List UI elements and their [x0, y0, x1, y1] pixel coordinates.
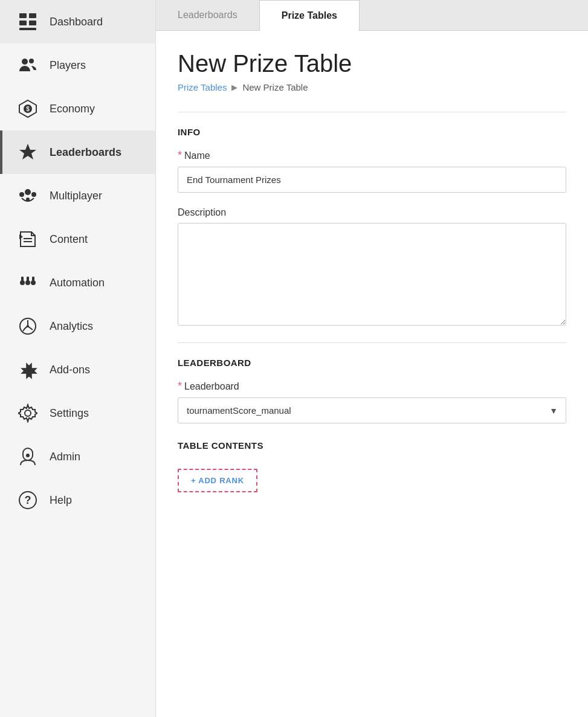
leaderboard-label-text: Leaderboard [184, 381, 239, 392]
sidebar-item-label: Leaderboards [50, 146, 121, 159]
breadcrumb-separator: ▶ [231, 83, 237, 92]
sidebar-item-label: Economy [50, 103, 95, 115]
svg-point-17 [31, 280, 36, 285]
svg-point-5 [22, 59, 28, 65]
content-area: New Prize Table Prize Tables ▶ New Prize… [156, 31, 588, 717]
divider-mid [178, 342, 566, 343]
sidebar-item-label: Multiplayer [50, 190, 102, 202]
svg-rect-0 [19, 13, 27, 18]
help-icon: ? [17, 489, 39, 511]
svg-point-15 [20, 280, 25, 285]
svg-point-25 [26, 454, 30, 457]
svg-text:$: $ [26, 106, 30, 112]
leaderboards-icon [17, 141, 39, 163]
tab-leaderboards[interactable]: Leaderboards [156, 0, 259, 30]
info-section-header: INFO [178, 127, 566, 137]
sidebar-item-label: Admin [50, 451, 80, 463]
sidebar-item-economy[interactable]: $ Economy [0, 87, 155, 130]
page-title: New Prize Table [178, 50, 566, 77]
description-label: Description [178, 207, 566, 218]
sidebar-item-label: Add-ons [50, 364, 90, 376]
svg-rect-19 [27, 277, 29, 281]
leaderboard-section: LEADERBOARD * Leaderboard tournamentScor… [178, 358, 566, 423]
sidebar-item-label: Analytics [50, 320, 93, 333]
svg-point-23 [25, 410, 31, 416]
sidebar-item-settings[interactable]: Settings [0, 391, 155, 435]
svg-point-6 [29, 59, 34, 63]
leaderboard-section-header: LEADERBOARD [178, 358, 566, 368]
sidebar-item-content[interactable]: Content [0, 217, 155, 261]
sidebar-item-help[interactable]: ? Help [0, 478, 155, 522]
sidebar-item-label: Players [50, 59, 86, 72]
svg-point-12 [26, 198, 30, 201]
svg-point-9 [25, 189, 31, 195]
add-rank-button[interactable]: + ADD RANK [178, 469, 257, 492]
svg-point-10 [19, 192, 24, 197]
name-label: * Name [178, 149, 566, 162]
content-icon [17, 228, 39, 250]
tab-prize-tables[interactable]: Prize Tables [259, 0, 360, 31]
leaderboard-field-group: * Leaderboard tournamentScore_manual ▼ [178, 380, 566, 423]
settings-icon [17, 402, 39, 424]
dashboard-icon [17, 11, 39, 33]
tabs-nav: Leaderboards Prize Tables [156, 0, 588, 31]
svg-rect-18 [21, 277, 24, 281]
svg-rect-2 [19, 21, 27, 25]
name-required-star: * [178, 149, 182, 162]
addons-icon [17, 359, 39, 381]
automation-icon [17, 272, 39, 294]
sidebar-item-label: Content [50, 233, 88, 246]
svg-point-11 [31, 192, 36, 197]
economy-icon: $ [17, 98, 39, 120]
breadcrumb-parent[interactable]: Prize Tables [178, 82, 227, 92]
description-input[interactable] [178, 223, 566, 326]
sidebar-item-label: Automation [50, 277, 105, 289]
svg-point-16 [25, 280, 30, 285]
sidebar-item-multiplayer[interactable]: Multiplayer [0, 174, 155, 217]
name-field-group: * Name [178, 149, 566, 193]
sidebar-item-label: Dashboard [50, 16, 103, 28]
table-contents-section: TABLE CONTENTS + ADD RANK [178, 440, 566, 492]
leaderboard-select-wrapper: tournamentScore_manual ▼ [178, 397, 566, 423]
sidebar-item-dashboard[interactable]: Dashboard [0, 0, 155, 43]
breadcrumb: Prize Tables ▶ New Prize Table [178, 82, 566, 92]
sidebar-item-players[interactable]: Players [0, 43, 155, 87]
analytics-icon [17, 315, 39, 337]
main-content: Leaderboards Prize Tables New Prize Tabl… [156, 0, 588, 717]
breadcrumb-current: New Prize Table [242, 82, 308, 92]
svg-rect-1 [29, 13, 36, 18]
players-icon [17, 54, 39, 76]
table-contents-header: TABLE CONTENTS [178, 440, 566, 451]
admin-icon [17, 446, 39, 468]
sidebar-item-analytics[interactable]: Analytics [0, 304, 155, 348]
svg-rect-3 [29, 21, 36, 25]
sidebar-item-leaderboards[interactable]: Leaderboards [0, 130, 155, 174]
sidebar-item-label: Help [50, 494, 72, 507]
leaderboard-required-star: * [178, 380, 182, 393]
sidebar-item-label: Settings [50, 407, 89, 420]
divider-top [178, 112, 566, 112]
sidebar-item-automation[interactable]: Automation [0, 261, 155, 304]
sidebar-item-addons[interactable]: Add-ons [0, 348, 155, 391]
svg-rect-4 [19, 28, 36, 30]
name-label-text: Name [184, 150, 210, 161]
multiplayer-icon [17, 185, 39, 207]
sidebar: Dashboard Players $ Economy Leaderboards… [0, 0, 156, 717]
name-input[interactable] [178, 167, 566, 193]
sidebar-item-admin[interactable]: Admin [0, 435, 155, 478]
svg-rect-20 [32, 277, 34, 281]
description-field-group: Description [178, 207, 566, 328]
leaderboard-label: * Leaderboard [178, 380, 566, 393]
svg-text:?: ? [25, 494, 31, 506]
leaderboard-select[interactable]: tournamentScore_manual [178, 397, 566, 423]
